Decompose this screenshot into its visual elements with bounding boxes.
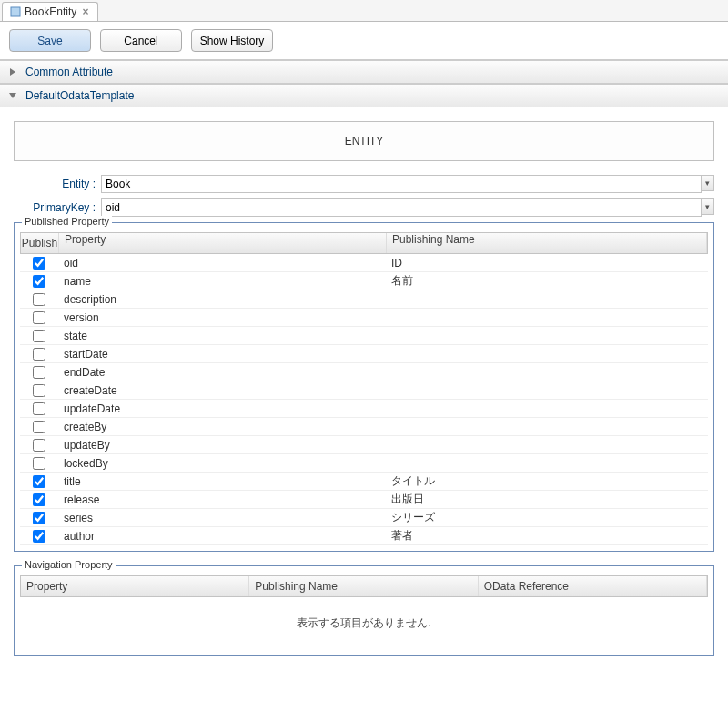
publishing-name-cell: 名前 (386, 273, 708, 289)
svg-marker-1 (10, 68, 15, 76)
publishing-name-cell: 出版日 (386, 492, 708, 507)
fieldset-legend: Navigation Property (22, 559, 116, 570)
property-cell: createDate (58, 384, 386, 397)
chevron-right-icon (9, 67, 18, 77)
published-property-fieldset: Published Property Publish Property Publ… (14, 222, 714, 552)
table-row[interactable]: version (20, 309, 708, 327)
table-row[interactable]: startDate (20, 345, 708, 363)
section-title: DefaultOdataTemplate (25, 89, 134, 102)
grid-body: oidIDname名前descriptionversionstatestartD… (20, 254, 708, 545)
table-row[interactable]: updateBy (20, 436, 708, 454)
entity-label: Entity : (14, 178, 96, 190)
header-property: Property (59, 233, 387, 253)
primarykey-select[interactable] (101, 198, 702, 217)
history-button[interactable]: Show History (191, 29, 273, 52)
tab-bookentity[interactable]: BookEntity × (2, 2, 98, 21)
empty-message: 表示する項目がありません. (20, 597, 708, 649)
content-pane: ENTITY Entity : ▾ PrimaryKey : ▾ Publish… (0, 107, 728, 683)
navigation-property-fieldset: Navigation Property Property Publishing … (14, 565, 714, 656)
property-cell: release (58, 493, 386, 506)
publish-checkbox[interactable] (33, 366, 46, 379)
panel-title: ENTITY (345, 135, 384, 147)
publishing-name-cell: ID (386, 257, 708, 270)
property-cell: title (58, 475, 386, 488)
table-row[interactable]: name名前 (20, 272, 708, 290)
section-common-attribute[interactable]: Common Attribute (0, 60, 728, 84)
publish-checkbox[interactable] (33, 275, 46, 288)
table-row[interactable]: seriesシリーズ (20, 509, 708, 527)
publish-checkbox[interactable] (33, 402, 46, 415)
section-title: Common Attribute (25, 66, 113, 78)
publishing-name-cell: シリーズ (386, 510, 708, 525)
property-cell: description (58, 293, 386, 306)
property-cell: author (58, 530, 386, 543)
table-row[interactable]: lockedBy (20, 454, 708, 473)
publishing-name-cell: タイトル (386, 473, 708, 489)
svg-rect-0 (11, 7, 20, 16)
grid-header: Publish Property Publishing Name (20, 232, 708, 254)
publish-checkbox[interactable] (33, 257, 46, 270)
cancel-button[interactable]: Cancel (100, 29, 182, 52)
tab-bar: BookEntity × (0, 0, 728, 22)
table-row[interactable]: createBy (20, 418, 708, 436)
nav-header-odata: OData Reference (479, 576, 707, 596)
property-cell: name (58, 275, 386, 288)
entity-select[interactable] (101, 175, 702, 193)
property-cell: oid (58, 257, 386, 270)
header-publish: Publish (21, 233, 59, 253)
publish-checkbox[interactable] (33, 493, 46, 506)
table-row[interactable]: endDate (20, 363, 708, 381)
close-icon[interactable]: × (80, 5, 90, 18)
publish-checkbox[interactable] (33, 439, 46, 452)
nav-header-property: Property (21, 576, 249, 596)
nav-header-publishing: Publishing Name (249, 576, 478, 596)
table-row[interactable]: oidID (20, 254, 708, 272)
table-row[interactable]: updateDate (20, 400, 708, 418)
dropdown-icon[interactable]: ▾ (702, 175, 714, 191)
publish-checkbox[interactable] (33, 512, 46, 524)
property-cell: createBy (58, 421, 386, 433)
fieldset-legend: Published Property (22, 216, 112, 227)
table-row[interactable]: createDate (20, 381, 708, 400)
table-row[interactable]: author著者 (20, 527, 708, 545)
primarykey-label: PrimaryKey : (14, 201, 96, 214)
property-cell: series (58, 512, 386, 524)
table-row[interactable]: release出版日 (20, 491, 708, 509)
chevron-down-icon (9, 91, 18, 101)
publish-checkbox[interactable] (33, 330, 46, 342)
save-button[interactable]: Save (9, 29, 91, 52)
property-cell: startDate (58, 348, 386, 361)
property-cell: lockedBy (58, 457, 386, 470)
publish-checkbox[interactable] (33, 530, 46, 543)
property-cell: endDate (58, 366, 386, 379)
table-row[interactable]: state (20, 327, 708, 345)
property-cell: state (58, 330, 386, 342)
section-default-odata-template[interactable]: DefaultOdataTemplate (0, 84, 728, 107)
publish-checkbox[interactable] (33, 475, 46, 488)
table-row[interactable]: titleタイトル (20, 473, 708, 491)
property-cell: updateDate (58, 402, 386, 415)
publishing-name-cell: 著者 (386, 528, 708, 544)
entity-icon (10, 6, 21, 17)
svg-marker-2 (9, 93, 16, 98)
nav-grid-header: Property Publishing Name OData Reference (20, 575, 708, 597)
tab-title: BookEntity (25, 5, 76, 18)
publish-checkbox[interactable] (33, 293, 46, 306)
table-row[interactable]: description (20, 290, 708, 309)
dropdown-icon[interactable]: ▾ (702, 198, 714, 215)
toolbar: Save Cancel Show History (0, 22, 728, 60)
publish-checkbox[interactable] (33, 421, 46, 433)
publish-checkbox[interactable] (33, 348, 46, 361)
entity-panel: ENTITY (14, 121, 714, 161)
publish-checkbox[interactable] (33, 311, 46, 324)
publish-checkbox[interactable] (33, 457, 46, 470)
property-cell: version (58, 311, 386, 324)
property-cell: updateBy (58, 439, 386, 452)
header-publishing-name: Publishing Name (387, 233, 707, 253)
publish-checkbox[interactable] (33, 384, 46, 397)
